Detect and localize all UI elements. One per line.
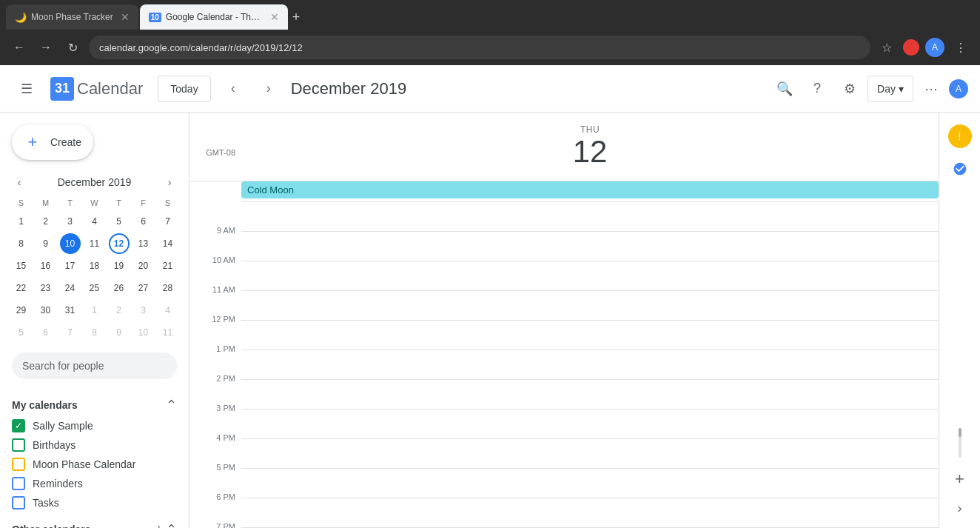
mini-cal-day-7[interactable]: 7 xyxy=(158,211,178,232)
tab-moon[interactable]: 🌙 Moon Phase Tracker ✕ xyxy=(6,4,138,30)
tasks-checkbox[interactable] xyxy=(12,496,25,509)
reminders-checkbox[interactable] xyxy=(12,477,25,490)
mini-cal-day-30[interactable]: 30 xyxy=(36,300,56,321)
reload-button[interactable]: ↻ xyxy=(62,37,83,58)
tab-calendar-close[interactable]: ✕ xyxy=(270,11,279,23)
other-calendars-header[interactable]: Other calendars + ⌃ xyxy=(12,518,177,528)
bookmark-button[interactable]: ☆ xyxy=(876,37,897,58)
today-button[interactable]: Today xyxy=(158,76,210,102)
mini-cal-next[interactable]: › xyxy=(159,172,180,193)
mini-cal-day-jan4[interactable]: 4 xyxy=(158,300,178,321)
time-row-3pm: 3 PM xyxy=(189,409,939,438)
time-label-8am xyxy=(189,201,241,226)
reminders-panel-icon[interactable]: ! xyxy=(948,124,972,148)
calendar-item-sally[interactable]: ✓ Sally Sample xyxy=(12,416,177,435)
mini-cal-day-23[interactable]: 23 xyxy=(36,278,56,298)
time-label-7pm: 7 PM xyxy=(189,522,241,528)
help-button[interactable]: ? xyxy=(802,74,832,104)
mini-cal-title: December 2019 xyxy=(58,176,132,188)
mini-cal-day-jan6[interactable]: 6 xyxy=(36,322,56,343)
mini-cal-day-jan1[interactable]: 1 xyxy=(84,300,105,321)
mini-cal-week-4: 22 23 24 25 26 27 28 xyxy=(9,277,180,299)
mini-cal-day-jan7[interactable]: 7 xyxy=(60,322,81,343)
add-button-right[interactable]: + xyxy=(955,469,964,495)
mini-cal-day-15[interactable]: 15 xyxy=(11,255,32,276)
apps-button[interactable]: ⋯ xyxy=(916,74,946,104)
time-grid[interactable]: 9 AM 10 AM 11 AM 12 PM 1 PM xyxy=(189,201,939,528)
new-tab-button[interactable]: + xyxy=(292,10,301,25)
tab-moon-close[interactable]: ✕ xyxy=(121,11,130,23)
calendar-item-tasks[interactable]: Tasks xyxy=(12,493,177,512)
mini-cal-prev[interactable]: ‹ xyxy=(9,172,30,193)
mini-cal-day-31[interactable]: 31 xyxy=(60,300,81,321)
mini-cal-day-22[interactable]: 22 xyxy=(11,278,32,298)
birthdays-checkbox[interactable] xyxy=(12,438,25,452)
mini-cal-day-jan3[interactable]: 3 xyxy=(133,300,154,321)
time-line-4pm xyxy=(241,438,939,468)
mini-cal-day-12[interactable]: 12 xyxy=(109,233,130,254)
view-label: Day xyxy=(877,83,896,95)
calendar-item-moonphase[interactable]: Moon Phase Calendar xyxy=(12,455,177,474)
tab-calendar[interactable]: 10 Google Calendar - Thursday, D... ✕ xyxy=(140,4,288,30)
time-row-10am: 10 AM xyxy=(189,261,939,290)
mini-cal-day-1[interactable]: 1 xyxy=(11,211,32,232)
mini-cal-day-14[interactable]: 14 xyxy=(158,233,178,254)
view-selector[interactable]: Day ▾ xyxy=(867,76,913,102)
my-calendars-header[interactable]: My calendars ⌃ xyxy=(12,394,177,416)
browser-menu-button[interactable]: ⋮ xyxy=(950,37,971,58)
mini-cal-day-26[interactable]: 26 xyxy=(109,278,130,298)
mini-cal-day-17[interactable]: 17 xyxy=(60,255,81,276)
mini-cal-day-16[interactable]: 16 xyxy=(36,255,56,276)
mini-cal-day-24[interactable]: 24 xyxy=(60,278,81,298)
account-avatar[interactable]: A xyxy=(949,79,968,98)
moonphase-checkbox[interactable] xyxy=(12,458,25,471)
search-button[interactable]: 🔍 xyxy=(770,74,799,104)
mini-cal-day-27[interactable]: 27 xyxy=(133,278,154,298)
mini-cal-day-jan9[interactable]: 9 xyxy=(109,322,130,343)
mini-cal-day-jan10[interactable]: 10 xyxy=(133,322,154,343)
sally-checkbox[interactable]: ✓ xyxy=(12,419,25,432)
mini-cal-day-4[interactable]: 4 xyxy=(84,211,105,232)
mini-cal-day-18[interactable]: 18 xyxy=(84,255,105,276)
time-line-8am xyxy=(241,201,939,231)
calendar-item-reminders[interactable]: Reminders xyxy=(12,474,177,493)
day-header: GMT-08 THU 12 xyxy=(189,113,939,181)
forward-button[interactable]: → xyxy=(36,37,56,58)
mini-cal-day-3[interactable]: 3 xyxy=(60,211,81,232)
mini-cal-day-jan8[interactable]: 8 xyxy=(84,322,105,343)
create-button[interactable]: + Create xyxy=(12,124,93,160)
menu-button[interactable]: ☰ xyxy=(12,74,41,104)
tasks-panel-icon[interactable] xyxy=(945,154,975,184)
back-button[interactable]: ← xyxy=(9,37,30,58)
mini-cal-day-jan5[interactable]: 5 xyxy=(11,322,32,343)
time-label-10am: 10 AM xyxy=(189,255,241,285)
next-nav-button[interactable]: › xyxy=(255,76,282,102)
mini-cal-day-19[interactable]: 19 xyxy=(109,255,130,276)
add-other-calendars-button[interactable]: + xyxy=(155,521,163,528)
mini-cal-day-20[interactable]: 20 xyxy=(133,255,154,276)
mini-cal-day-2[interactable]: 2 xyxy=(36,211,56,232)
mini-cal-day-6[interactable]: 6 xyxy=(133,211,154,232)
mini-cal-day-25[interactable]: 25 xyxy=(84,278,105,298)
mini-cal-day-29[interactable]: 29 xyxy=(11,300,32,321)
prev-nav-button[interactable]: ‹ xyxy=(220,76,246,102)
mini-cal-day-9[interactable]: 9 xyxy=(36,233,56,254)
time-label-11am: 11 AM xyxy=(189,285,241,315)
address-input[interactable] xyxy=(89,36,870,59)
mini-cal-day-21[interactable]: 21 xyxy=(158,255,178,276)
expand-right-button[interactable]: › xyxy=(958,501,962,528)
mini-cal-day-28[interactable]: 28 xyxy=(158,278,178,298)
mini-cal-day-jan2[interactable]: 2 xyxy=(109,300,130,321)
extension-icon[interactable] xyxy=(903,39,919,56)
browser-account-avatar[interactable]: A xyxy=(925,38,944,57)
settings-button[interactable]: ⚙ xyxy=(835,74,865,104)
calendar-item-birthdays[interactable]: Birthdays xyxy=(12,435,177,455)
search-people-button[interactable]: Search for people xyxy=(12,352,177,379)
allday-event-cold-moon[interactable]: Cold Moon xyxy=(241,181,939,198)
mini-cal-day-8[interactable]: 8 xyxy=(11,233,32,254)
mini-cal-day-10[interactable]: 10 xyxy=(60,233,81,254)
mini-cal-day-jan11[interactable]: 11 xyxy=(158,322,178,343)
mini-cal-day-11[interactable]: 11 xyxy=(84,233,105,254)
mini-cal-day-13[interactable]: 13 xyxy=(133,233,154,254)
mini-cal-day-5[interactable]: 5 xyxy=(109,211,130,232)
